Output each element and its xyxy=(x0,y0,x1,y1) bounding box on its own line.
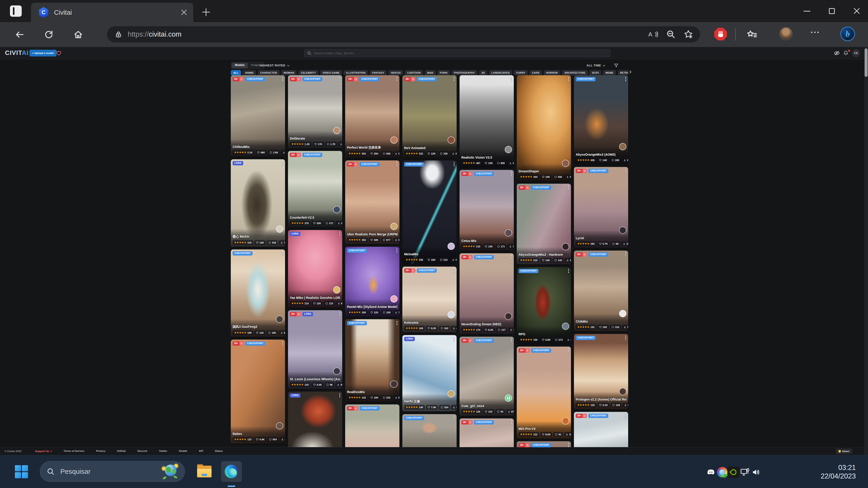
model-card[interactable]: 18+CHECKPOINT xyxy=(517,441,571,448)
model-card[interactable]: CHECKPOINTProtogen v2.2 (Anime) Official… xyxy=(574,334,628,409)
creator-avatar[interactable] xyxy=(333,286,340,293)
card-menu-icon[interactable] xyxy=(454,77,455,81)
creator-avatar[interactable] xyxy=(276,316,283,323)
card-menu-icon[interactable] xyxy=(625,77,626,81)
model-card[interactable]: 18+CHECKPOINTDeliberate★★★★★1.2K17K1.7K0… xyxy=(288,75,342,148)
civitai-logo[interactable]: CIVITAI xyxy=(5,49,29,57)
category-chip[interactable]: SCIFI xyxy=(590,70,601,75)
category-chip[interactable]: MEME xyxy=(603,70,616,75)
card-menu-icon[interactable] xyxy=(282,161,283,165)
model-card[interactable]: 18+CHECKPOINTMIX-Pro-V4★★★★★1228.6K9139K xyxy=(517,347,571,438)
tab-close-icon[interactable] xyxy=(181,9,187,16)
card-menu-icon[interactable] xyxy=(511,255,512,259)
footer-link[interactable]: Discord xyxy=(137,450,147,453)
card-menu-icon[interactable] xyxy=(339,232,340,236)
site-search[interactable] xyxy=(304,49,611,57)
taskbar-clock[interactable]: 03:21 22/04/2023 xyxy=(821,463,856,481)
card-menu-icon[interactable] xyxy=(625,414,626,418)
footer-link[interactable]: Privacy xyxy=(96,450,105,453)
nvidia-settings-tray-icon[interactable] xyxy=(728,466,739,478)
card-menu-icon[interactable] xyxy=(282,341,283,346)
model-card[interactable]: CHECKPOINT xyxy=(402,414,457,448)
tab-models[interactable]: Models xyxy=(232,63,248,68)
creator-avatar[interactable] xyxy=(276,422,283,429)
creator-avatar[interactable] xyxy=(505,229,512,236)
creator-avatar[interactable] xyxy=(276,225,283,233)
model-card[interactable]: 18+CHECKPOINTKotosmix★★★★★1698.2K16242K xyxy=(402,267,457,332)
model-card[interactable]: LORA xyxy=(288,392,342,448)
card-menu-icon[interactable] xyxy=(397,249,397,253)
creator-avatar[interactable] xyxy=(505,146,512,153)
ideas-button[interactable]: Ideas! xyxy=(836,449,852,454)
read-aloud-icon[interactable]: A xyxy=(648,30,658,38)
model-card[interactable]: DreamShaper★★★★★44414K5560.1M xyxy=(517,75,571,181)
card-menu-icon[interactable] xyxy=(454,337,455,341)
creator-avatar[interactable] xyxy=(447,311,455,318)
hide-nsfw-eye-off-icon[interactable] xyxy=(834,50,840,56)
discord-tray-icon[interactable] xyxy=(705,466,717,478)
card-menu-icon[interactable] xyxy=(568,186,569,190)
card-menu-icon[interactable] xyxy=(397,77,397,81)
footer-link[interactable]: Support Us♥ xyxy=(35,450,52,453)
creator-avatar[interactable] xyxy=(333,206,340,213)
volume-tray-icon[interactable] xyxy=(750,466,762,478)
model-card[interactable]: 18+CHECKPOINTBabes★★★★★1234.4K55437K xyxy=(231,339,285,444)
footer-link[interactable]: Status xyxy=(215,450,223,453)
card-menu-icon[interactable] xyxy=(568,443,569,447)
zoom-out-icon[interactable] xyxy=(666,30,676,39)
model-card[interactable]: LORAYae Miko | Realistic Genshin LORA★★★… xyxy=(288,230,342,307)
card-menu-icon[interactable] xyxy=(568,348,569,352)
category-chip[interactable]: HENTAI xyxy=(388,70,403,75)
category-chip[interactable]: CARTOON xyxy=(405,70,423,75)
browser-menu-button[interactable] xyxy=(811,32,819,33)
creator-avatar[interactable] xyxy=(619,388,626,395)
model-card[interactable]: 18+CHECKPOINTNeverEnding Dream (NED)★★★★… xyxy=(460,253,514,334)
category-chip[interactable]: VIDEO GAME xyxy=(320,70,342,75)
card-menu-icon[interactable] xyxy=(625,169,626,173)
model-card[interactable]: CHECKPOINTAbyssOrangeMix3 (AOM3)★★★★★405… xyxy=(574,75,628,164)
card-menu-icon[interactable] xyxy=(397,162,397,166)
card-menu-icon[interactable] xyxy=(568,77,569,81)
taskbar-search[interactable] xyxy=(40,461,185,482)
footer-link[interactable]: Twitter xyxy=(159,450,167,453)
model-card[interactable]: 18+CHECKPOINTCute_girl_mix4★★★★★12611K93… xyxy=(460,337,514,416)
model-card[interactable]: 18+CHECKPOINT xyxy=(345,404,399,448)
footer-link[interactable]: GitHub xyxy=(117,450,126,453)
model-card[interactable]: CHECKPOINTPastel-Mix [Stylized Anime Mod… xyxy=(345,247,399,317)
search-input[interactable] xyxy=(314,52,608,55)
model-card[interactable]: Realistic Vision V2.0★★★★★48713K8000.2M xyxy=(460,75,514,167)
card-menu-icon[interactable] xyxy=(339,312,340,316)
upload-model-button[interactable]: + Upload a model xyxy=(29,50,57,57)
back-button[interactable] xyxy=(13,29,25,40)
creator-avatar[interactable] xyxy=(391,223,398,230)
window-minimize-button[interactable] xyxy=(796,0,818,22)
category-chip[interactable]: RETRO xyxy=(618,70,628,75)
model-card[interactable]: CHECKPOINTRealDosMix★★★★★14310K23368K xyxy=(345,319,399,402)
creator-avatar[interactable] xyxy=(333,127,340,134)
model-card[interactable]: CHECKPOINT国风3 GuoFeng3★★★★★19911K19662K xyxy=(231,250,285,337)
sort-dropdown[interactable]: HIGHEST RATED xyxy=(260,64,289,67)
creator-avatar[interactable] xyxy=(619,227,626,234)
scrollbar-thumb[interactable] xyxy=(865,48,868,77)
chevron-right-icon[interactable] xyxy=(628,70,631,73)
download-manager-tray-icon[interactable] xyxy=(717,466,728,478)
category-chip[interactable]: CARS xyxy=(529,70,542,75)
card-menu-icon[interactable] xyxy=(454,416,455,420)
card-menu-icon[interactable] xyxy=(511,420,512,424)
category-chip[interactable]: 3D xyxy=(479,70,487,75)
card-menu-icon[interactable] xyxy=(339,393,340,397)
model-card[interactable]: 18+CHECKPOINTChilloutMix★★★★★2.1K46K2.6K… xyxy=(231,75,285,157)
creator-avatar[interactable] xyxy=(505,394,512,402)
model-card[interactable]: 18+CHECKPOINT xyxy=(574,412,628,448)
window-maximize-button[interactable] xyxy=(820,0,843,22)
card-menu-icon[interactable] xyxy=(454,162,455,166)
model-card[interactable]: 18+LORASt. Louis (Luxurious Wheels) (Azu… xyxy=(288,310,342,389)
model-card[interactable]: 18+CHECKPOINTChikMix★★★★★19115K15371K xyxy=(574,251,628,331)
category-chip[interactable]: PORN xyxy=(437,70,450,75)
creator-avatar[interactable] xyxy=(562,243,569,250)
model-card[interactable]: 18+CHECKPOINTAbyssOrangeMix2 - Hardcore★… xyxy=(517,184,571,264)
model-card[interactable]: CHECKPOINTRPG★★★★★1566.8K27344K xyxy=(517,267,571,344)
model-card[interactable]: 18+CHECKPOINTUber Realistic Porn Merge (… xyxy=(345,160,399,244)
favorites-heart-icon[interactable] xyxy=(56,50,62,56)
browser-profile-avatar[interactable] xyxy=(779,27,793,40)
